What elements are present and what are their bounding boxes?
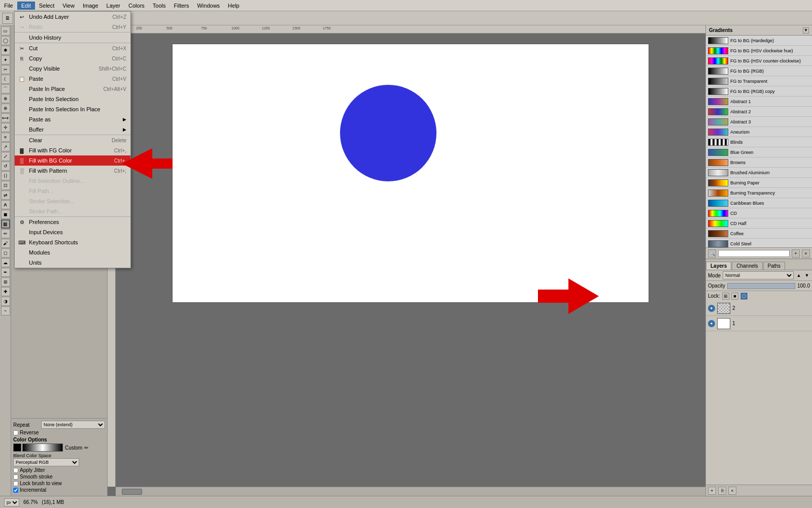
layer-row-1[interactable]: ● 1: [706, 316, 812, 331]
gradient-item-17[interactable]: CD: [706, 208, 812, 218]
menu-copy[interactable]: ⎘ Copy Ctrl+C: [15, 53, 130, 64]
gradient-item-10[interactable]: Blinds: [706, 137, 812, 147]
menu-fill-fg[interactable]: ▓ Fill with FG Color Ctrl+,: [15, 145, 130, 155]
gradient-item-18[interactable]: CD Half: [706, 218, 812, 229]
lock-brush-checkbox[interactable]: [13, 481, 18, 486]
menu-file[interactable]: File: [0, 2, 17, 10]
apply-jitter-checkbox[interactable]: [13, 468, 18, 473]
mode-down-btn[interactable]: ▼: [804, 272, 810, 278]
menu-paste-in-place[interactable]: Paste In Place Ctrl+Alt+V: [15, 84, 130, 94]
menu-preferences[interactable]: ⚙ Preferences: [15, 217, 130, 227]
gradient-search-btn[interactable]: 🔍: [708, 249, 716, 258]
tool-heal[interactable]: ✚: [1, 287, 10, 296]
gradient-item-15[interactable]: Burning Transparency: [706, 188, 812, 198]
menu-filters[interactable]: Filters: [170, 2, 193, 10]
menu-windows[interactable]: Windows: [193, 2, 224, 10]
gradients-menu-btn[interactable]: ▼: [803, 27, 809, 34]
tool-text[interactable]: A: [1, 200, 10, 209]
new-layer-btn[interactable]: +: [708, 487, 716, 495]
gradient-item-1[interactable]: FG to BG (HSV clockwise hue): [706, 46, 812, 56]
layer-eye-1[interactable]: ●: [708, 320, 715, 327]
gradient-item-12[interactable]: Browns: [706, 157, 812, 168]
tool-measure[interactable]: ⟷: [1, 113, 10, 122]
gradient-item-6[interactable]: Abstract 1: [706, 97, 812, 107]
gradient-add-btn[interactable]: +: [792, 249, 800, 258]
tool-paths[interactable]: ⌒: [1, 84, 10, 93]
menu-fill-bg[interactable]: ▒ Fill with BG Color Ctrl+.: [15, 155, 130, 166]
tool-bucket-fill[interactable]: ◼: [1, 210, 10, 219]
tool-rotate[interactable]: ↺: [1, 162, 10, 171]
opacity-slider[interactable]: [727, 283, 795, 289]
menu-layer[interactable]: Layer: [103, 2, 125, 10]
tool-ink[interactable]: ✒: [1, 268, 10, 277]
menu-cut[interactable]: ✂ Cut Ctrl+X: [15, 43, 130, 53]
menu-keyboard-shortcuts[interactable]: ⌨ Keyboard Shortcuts: [15, 237, 130, 247]
tool-color-picker[interactable]: ⊕: [1, 94, 10, 103]
tool-clone[interactable]: ⊞: [1, 277, 10, 287]
menu-input-devices[interactable]: Input Devices: [15, 227, 130, 237]
gradient-item-4[interactable]: FG to Transparent: [706, 76, 812, 86]
menu-units[interactable]: Units: [15, 258, 130, 268]
tool-rectangle-select[interactable]: ▭: [1, 26, 10, 36]
gradient-item-19[interactable]: Coffee: [706, 229, 812, 239]
tool-scale[interactable]: ⤢: [1, 152, 10, 161]
menu-clear[interactable]: Clear Delete: [15, 135, 130, 145]
menu-modules[interactable]: Modules: [15, 247, 130, 258]
tab-channels[interactable]: Channels: [732, 262, 762, 270]
units-select[interactable]: px: [4, 498, 19, 506]
lock-visibility-btn[interactable]: ⬡: [740, 293, 748, 300]
incremental-checkbox[interactable]: [13, 488, 18, 493]
lock-alpha-btn[interactable]: ■: [731, 293, 738, 300]
tool-fuzzy-select[interactable]: ✦: [1, 55, 10, 65]
reverse-checkbox[interactable]: [13, 430, 18, 435]
menu-paste-into-selection[interactable]: Paste Into Selection: [15, 94, 130, 104]
menu-paste-into-selection-in-place[interactable]: Paste Into Selection In Place: [15, 104, 130, 114]
menu-select[interactable]: Select: [35, 2, 59, 10]
smooth-stroke-checkbox[interactable]: [13, 474, 18, 480]
mode-select[interactable]: Normal: [723, 271, 794, 279]
tool-shear[interactable]: ⟨⟩: [1, 171, 10, 180]
tool-pencil[interactable]: ✏: [1, 229, 10, 238]
gradient-item-13[interactable]: Brushed Aluminium: [706, 168, 812, 178]
toolbar-new[interactable]: 🗎: [2, 13, 13, 24]
gradient-item-20[interactable]: Cold Steel: [706, 239, 812, 247]
tool-zoom[interactable]: ⊕: [1, 104, 10, 113]
gradient-item-3[interactable]: FG to BG (RGB): [706, 66, 812, 76]
gradient-preview[interactable]: [22, 443, 63, 452]
menu-undo[interactable]: ↩ Undo Add Layer Ctrl+Z: [15, 12, 130, 22]
tool-eraser[interactable]: ◻: [1, 248, 10, 258]
tool-flip[interactable]: ⇌: [1, 190, 10, 200]
repeat-select[interactable]: None (extend) Sawtooth wave Triangular w…: [41, 421, 105, 429]
menu-image[interactable]: Image: [79, 2, 103, 10]
tool-perspective[interactable]: ⊡: [1, 181, 10, 190]
tool-gradient[interactable]: ▦: [1, 219, 10, 229]
tab-paths[interactable]: Paths: [763, 262, 786, 270]
gradient-item-11[interactable]: Blue Green: [706, 147, 812, 157]
menu-edit[interactable]: Edit: [17, 2, 35, 10]
gradient-item-7[interactable]: Abstract 2: [706, 107, 812, 117]
menu-fill-pattern[interactable]: ░ Fill with Pattern Ctrl+;: [15, 166, 130, 176]
tool-move[interactable]: ✛: [1, 123, 10, 132]
tool-transform[interactable]: ↗: [1, 142, 10, 151]
duplicate-layer-btn[interactable]: ⎘: [718, 487, 726, 495]
blend-color-space-select[interactable]: Perceptual RGB Linear RGB CIE Lab: [13, 458, 79, 466]
menu-tools[interactable]: Tools: [149, 2, 170, 10]
tool-free-select[interactable]: ✱: [1, 46, 10, 55]
menu-help[interactable]: Help: [224, 2, 244, 10]
tool-dodge-burn[interactable]: ◑: [1, 297, 10, 306]
gradient-search-input[interactable]: [718, 250, 790, 257]
gradients-list[interactable]: FG to BG (Hardedge)FG to BG (HSV clockwi…: [706, 36, 812, 247]
layers-list[interactable]: ● 2 ● 1: [706, 301, 812, 485]
delete-layer-btn[interactable]: ×: [728, 487, 736, 495]
gradient-delete-btn[interactable]: ×: [802, 249, 810, 258]
gradient-item-5[interactable]: FG to BG (RGB) copy: [706, 86, 812, 97]
gradient-item-14[interactable]: Burning Paper: [706, 178, 812, 188]
menu-view[interactable]: View: [58, 2, 79, 10]
tool-align[interactable]: ≡: [1, 133, 10, 142]
gradient-edit-icon[interactable]: ✏: [84, 445, 88, 451]
tool-foreground-select[interactable]: ☾: [1, 75, 10, 84]
gradient-item-8[interactable]: Abstract 3: [706, 117, 812, 127]
mode-up-btn[interactable]: ▲: [796, 272, 802, 278]
tool-airbrush[interactable]: ☁: [1, 258, 10, 267]
scrollbar-thumb[interactable]: [122, 489, 142, 495]
